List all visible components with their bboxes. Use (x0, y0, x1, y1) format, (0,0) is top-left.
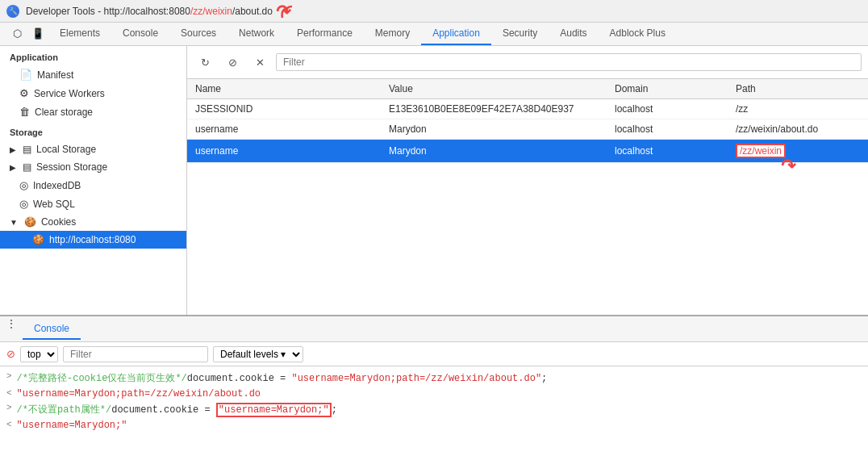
service-workers-icon: ⚙ (19, 87, 29, 99)
col-header-value: Value (381, 79, 607, 99)
console-text: ; (332, 404, 337, 416)
sidebar-item-service-workers[interactable]: ⚙ Service Workers (0, 84, 186, 102)
title-bar-text: Developer Tools - http://localhost:8080/… (26, 6, 273, 17)
table-row[interactable]: usernameMarydonlocalhost/zz/weixin (187, 140, 868, 163)
table-cell-name: username (187, 119, 381, 140)
sidebar-item-clear-storage[interactable]: 🗑 Clear storage (0, 102, 186, 121)
table-cell-domain: localhost (607, 99, 728, 119)
session-storage-arrow-icon: ▶ (10, 163, 16, 172)
tab-elements[interactable]: Elements (48, 23, 111, 45)
col-header-domain: Domain (607, 79, 728, 99)
console-string: "username=Marydon;path=/zz/weixin/about.… (17, 388, 261, 400)
console-code: /*完整路径-cookie仅在当前页生效*/document.cookie = … (17, 371, 862, 385)
local-storage-icon: ▤ (23, 144, 31, 155)
cookies-arrow-icon: ▼ (10, 218, 18, 227)
console-tab[interactable]: Console (23, 319, 81, 340)
console-pane: ⋮ Console ⊘ top Default levels ▾ >/*完整路径… (0, 315, 868, 456)
console-tab-bar: ⋮ Console (0, 316, 868, 342)
tab-application[interactable]: Application (421, 23, 491, 45)
content-pane: ↻ ⊘ ✕ Name Value Domain Path (187, 46, 868, 315)
table-cell-path: /zz/weixin/about.do (728, 119, 868, 140)
tab-memory[interactable]: Memory (364, 23, 421, 45)
console-prompt: > (6, 371, 12, 381)
sidebar-item-cookies-group[interactable]: ▼ 🍪 Cookies (0, 213, 186, 231)
manifest-icon: 📄 (19, 69, 32, 81)
sidebar-item-localhost[interactable]: 🍪 http://localhost:8080 (0, 231, 186, 249)
console-prompt: < (6, 420, 12, 429)
console-stop-icon: ⊘ (6, 348, 15, 360)
console-text: document.cookie = (111, 404, 216, 416)
indexeddb-icon: ◎ (19, 179, 28, 191)
sidebar-clear-storage-label: Clear storage (35, 107, 93, 118)
table-cell-name: JSESSIONID (187, 99, 381, 119)
clear-button[interactable]: ✕ (248, 51, 271, 73)
table-cell-domain: localhost (607, 119, 728, 140)
console-context-select[interactable]: top (20, 346, 58, 362)
devtools-phone-icon[interactable]: 📱 (27, 23, 48, 44)
sidebar-service-workers-label: Service Workers (34, 88, 105, 99)
table-header-row: Name Value Domain Path (187, 79, 868, 99)
console-comment: /*完整路径-cookie仅在当前页生效*/ (17, 373, 187, 384)
col-header-name: Name (187, 79, 381, 99)
console-filter-input[interactable] (63, 346, 208, 362)
sidebar-item-manifest[interactable]: 📄 Manifest (0, 65, 186, 84)
sidebar-cookies-label: Cookies (41, 216, 76, 228)
console-prompt: > (6, 403, 12, 412)
tab-sources[interactable]: Sources (169, 23, 227, 45)
session-storage-icon: ▤ (23, 161, 31, 173)
sidebar-indexeddb-label: IndexedDB (33, 180, 81, 191)
sidebar-item-indexeddb[interactable]: ◎ IndexedDB (0, 176, 186, 195)
sidebar-section-storage: Storage (0, 121, 186, 140)
tab-network[interactable]: Network (227, 23, 286, 45)
cookies-icon: 🍪 (24, 216, 36, 228)
console-text: ; (541, 373, 547, 384)
table-wrapper: Name Value Domain Path JSESSIONIDE13E361… (187, 79, 868, 315)
console-level-select[interactable]: Default levels ▾ (213, 346, 303, 362)
table-cell-value: Marydon (381, 119, 607, 140)
tab-console[interactable]: Console (111, 23, 169, 45)
sidebar-local-storage-label: Local Storage (36, 144, 96, 155)
console-code: /*不设置path属性*/document.cookie = "username… (17, 403, 862, 416)
col-header-path: Path (728, 79, 868, 99)
tab-security[interactable]: Security (491, 23, 549, 45)
console-line: >/*不设置path属性*/document.cookie = "usernam… (6, 401, 862, 418)
console-prompt: < (6, 388, 12, 398)
console-string: "username=Marydon;" (17, 420, 127, 431)
console-line: <"username=Marydon;" (6, 418, 862, 433)
console-code: "username=Marydon;path=/zz/weixin/about.… (17, 388, 862, 400)
local-storage-arrow-icon: ▶ (10, 145, 16, 154)
main-tab-bar: ⬡ 📱 Elements Console Sources Network Per… (0, 23, 868, 46)
main-content: Application 📄 Manifest ⚙ Service Workers… (0, 46, 868, 315)
sidebar-item-websql[interactable]: ◎ Web SQL (0, 195, 186, 213)
sidebar-manifest-label: Manifest (37, 69, 73, 81)
console-toolbar: ⊘ top Default levels ▾ (0, 342, 868, 366)
cookies-table: Name Value Domain Path JSESSIONIDE13E361… (187, 79, 868, 163)
console-code: "username=Marydon;" (17, 420, 862, 431)
console-output: >/*完整路径-cookie仅在当前页生效*/document.cookie =… (0, 366, 868, 456)
websql-icon: ◎ (19, 198, 28, 210)
console-text: document.cookie = (187, 373, 292, 384)
block-button[interactable]: ⊘ (221, 51, 244, 73)
sidebar-section-application: Application (0, 46, 186, 65)
sidebar-item-local-storage[interactable]: ▶ ▤ Local Storage (0, 140, 186, 158)
console-dots-icon: ⋮ (6, 318, 16, 329)
devtools-select-icon[interactable]: ⬡ (6, 23, 27, 44)
url-highlight: /zz/weixin (190, 6, 232, 17)
tab-audits[interactable]: Audits (549, 23, 598, 45)
table-cell-domain: localhost (607, 140, 728, 163)
app-icon: 🔧 (6, 5, 19, 18)
console-string-highlight: "username=Marydon;" (216, 403, 332, 417)
tab-adblock[interactable]: Adblock Plus (599, 23, 677, 45)
console-line: <"username=Marydon;path=/zz/weixin/about… (6, 387, 862, 401)
filter-input[interactable] (276, 53, 862, 71)
localhost-cookie-icon: 🍪 (32, 234, 44, 245)
sidebar-item-session-storage[interactable]: ▶ ▤ Session Storage (0, 158, 186, 176)
table-cell-name: username (187, 140, 381, 163)
title-bar: 🔧 Developer Tools - http://localhost:808… (0, 0, 868, 23)
sidebar: Application 📄 Manifest ⚙ Service Workers… (0, 46, 187, 315)
refresh-button[interactable]: ↻ (194, 51, 216, 73)
table-row[interactable]: JSESSIONIDE13E3610B0EE8E09EF42E7A38D40E9… (187, 99, 868, 119)
table-row[interactable]: usernameMarydonlocalhost/zz/weixin/about… (187, 119, 868, 140)
tab-performance[interactable]: Performance (286, 23, 364, 45)
console-string: "username=Marydon;path=/zz/weixin/about.… (291, 373, 541, 384)
